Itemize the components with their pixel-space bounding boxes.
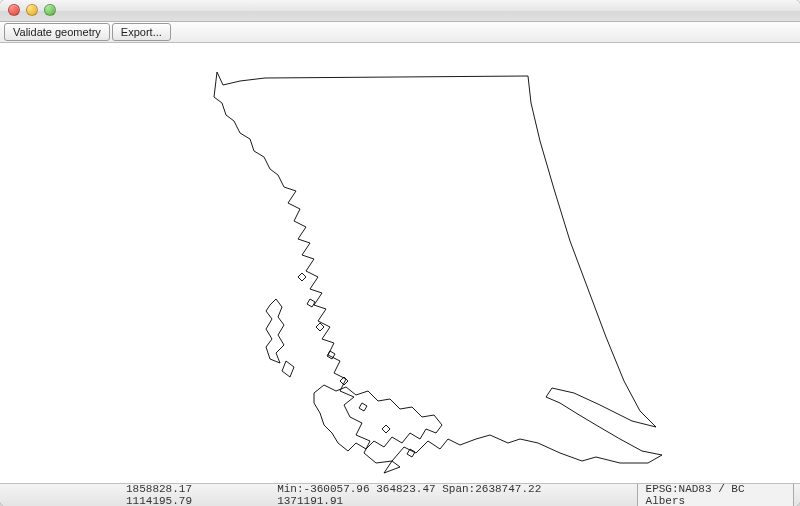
span-y: 1371191.91: [277, 495, 343, 506]
zoom-window-button[interactable]: [44, 4, 56, 16]
crs-display[interactable]: EPSG:NAD83 / BC Albers: [637, 481, 794, 506]
export-button[interactable]: Export...: [112, 23, 171, 41]
statusbar: 1858828.17 1114195.79 Min:-360057.96 364…: [0, 484, 800, 506]
titlebar[interactable]: [0, 0, 800, 22]
extent-info: Min:-360057.96 364823.47 Span:2638747.22…: [277, 483, 600, 506]
cursor-coords: 1858828.17 1114195.79: [6, 483, 259, 506]
app-window: Validate geometry Export...: [0, 0, 800, 506]
span-x: 2638747.22: [475, 483, 541, 495]
cursor-y: 1114195.79: [126, 495, 192, 506]
map-canvas[interactable]: [0, 43, 800, 484]
min-x: -360057.96: [304, 483, 370, 495]
geometry-outline: [0, 43, 800, 483]
validate-geometry-button[interactable]: Validate geometry: [4, 23, 110, 41]
cursor-x: 1858828.17: [126, 483, 192, 495]
minimize-window-button[interactable]: [26, 4, 38, 16]
close-window-button[interactable]: [8, 4, 20, 16]
toolbar: Validate geometry Export...: [0, 22, 800, 44]
min-y: 364823.47: [376, 483, 435, 495]
